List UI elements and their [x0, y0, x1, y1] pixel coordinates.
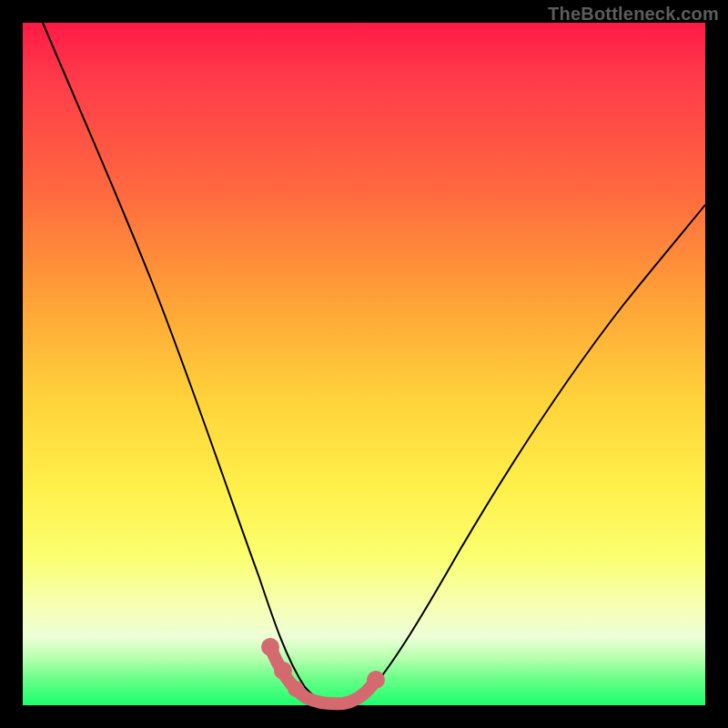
bottleneck-curve: [43, 23, 705, 703]
trough-dot: [274, 662, 292, 680]
chart-stage: TheBottleneck.com: [0, 0, 728, 728]
curve-overlay: [23, 23, 705, 705]
trough-dot: [261, 638, 279, 656]
watermark-text: TheBottleneck.com: [548, 4, 719, 25]
trough-dot: [288, 681, 304, 697]
plot-area: [23, 23, 705, 705]
trough-dot: [367, 671, 385, 689]
